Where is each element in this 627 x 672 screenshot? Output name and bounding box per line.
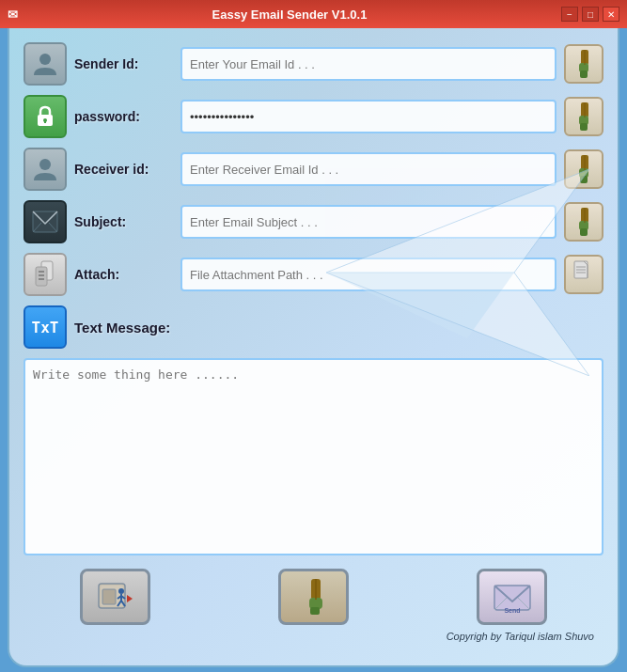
- envelope-icon: [32, 211, 58, 233]
- attach-label: Attach:: [74, 267, 173, 282]
- svg-rect-22: [580, 176, 588, 183]
- brush-icon: [572, 50, 596, 78]
- copyright: Copyrigh by Tariqul islam Shuvo: [24, 625, 603, 642]
- subject-icon: [24, 200, 67, 243]
- svg-point-7: [39, 54, 51, 65]
- receiver-id-clear-button[interactable]: [564, 149, 603, 189]
- password-clear-button[interactable]: [564, 97, 603, 136]
- subject-label: Subject:: [74, 214, 173, 229]
- exit-button[interactable]: [80, 569, 150, 625]
- subject-row: Subject:: [24, 200, 603, 243]
- subject-input[interactable]: [180, 205, 556, 239]
- brush-icon: [572, 102, 596, 131]
- text-message-label-row: TxT Text Message:: [24, 305, 603, 349]
- password-label: password:: [74, 109, 173, 124]
- svg-rect-29: [580, 228, 588, 236]
- send-envelope-icon: Send: [494, 581, 531, 614]
- exit-icon: [97, 582, 134, 612]
- attach-icon: [24, 253, 67, 296]
- svg-point-19: [39, 159, 51, 170]
- paperclip-icon: [34, 259, 56, 289]
- text-message-icon: TxT: [24, 305, 67, 349]
- svg-rect-52: [310, 607, 320, 615]
- svg-rect-10: [580, 70, 588, 78]
- brush-icon: [572, 155, 596, 183]
- receiver-id-label: Receiver id:: [74, 162, 173, 177]
- svg-text:Send: Send: [504, 607, 520, 614]
- receiver-id-input[interactable]: [180, 152, 556, 186]
- attach-row: Attach:: [24, 253, 603, 296]
- main-window: Sender Id: password:: [8, 28, 619, 667]
- attach-input[interactable]: [180, 258, 556, 291]
- copyright-text: Copyrigh by Tariqul islam Shuvo: [447, 631, 594, 642]
- svg-rect-32: [36, 267, 47, 286]
- receiver-id-icon: [24, 148, 67, 191]
- svg-rect-14: [44, 120, 46, 123]
- send-button[interactable]: Send: [477, 569, 547, 625]
- maximize-button[interactable]: □: [582, 7, 599, 22]
- close-button[interactable]: ✕: [603, 7, 619, 22]
- sender-id-row: Sender Id:: [24, 42, 603, 86]
- title-bar-title: Eassy Email Sender V1.0.1: [18, 8, 561, 22]
- svg-marker-49: [127, 595, 133, 602]
- attach-browse-button[interactable]: [564, 255, 603, 294]
- sender-id-input[interactable]: [180, 47, 556, 81]
- brush-icon: [572, 208, 596, 236]
- bottom-toolbar: Send: [24, 559, 603, 625]
- receiver-id-row: Receiver id:: [24, 148, 603, 191]
- title-bar-controls: − □ ✕: [561, 7, 619, 22]
- title-bar: ✉ Eassy Email Sender V1.0.1 − □ ✕: [0, 0, 627, 28]
- password-row: password:: [24, 95, 603, 138]
- message-textarea[interactable]: [24, 358, 603, 555]
- svg-rect-42: [102, 589, 116, 604]
- svg-rect-17: [580, 123, 588, 131]
- text-message-label: Text Message:: [74, 320, 170, 336]
- sender-id-icon: [24, 42, 67, 86]
- sender-id-clear-button[interactable]: [564, 44, 603, 84]
- password-input[interactable]: [180, 100, 556, 133]
- file-icon: [572, 259, 595, 289]
- title-bar-icon: ✉: [8, 8, 18, 22]
- svg-point-43: [118, 588, 124, 594]
- clear-brush-icon: [295, 579, 333, 615]
- minimize-button[interactable]: −: [561, 7, 578, 22]
- sender-id-label: Sender Id:: [74, 56, 173, 71]
- clear-button[interactable]: [278, 569, 349, 625]
- password-icon: [24, 95, 67, 138]
- subject-clear-button[interactable]: [564, 202, 603, 242]
- txt-label: TxT: [32, 319, 59, 336]
- message-textarea-wrapper: [24, 358, 603, 559]
